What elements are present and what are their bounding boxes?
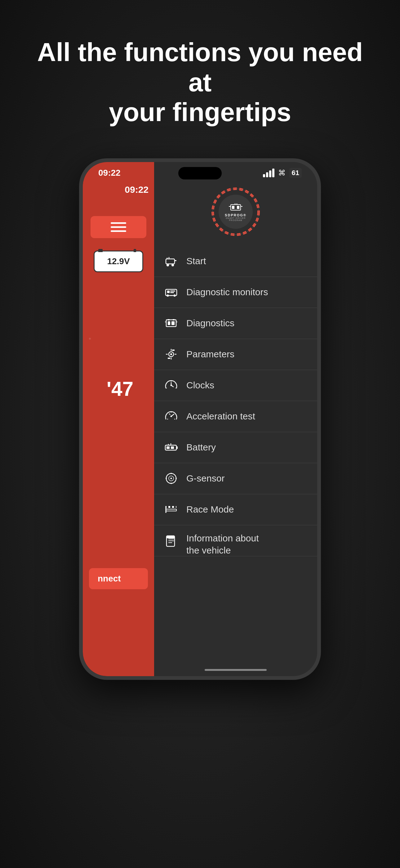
battery-voltage-value: 12.9V xyxy=(107,256,130,266)
battery-percentage: 61 xyxy=(292,169,299,177)
svg-rect-14 xyxy=(174,260,176,261)
svg-rect-21 xyxy=(170,292,174,293)
clocks-icon xyxy=(163,377,179,393)
home-bar xyxy=(205,669,267,671)
svg-rect-23 xyxy=(168,321,170,325)
svg-point-16 xyxy=(167,294,169,297)
battery-menu-icon xyxy=(163,440,179,455)
g-sensor-icon xyxy=(163,471,179,486)
svg-rect-19 xyxy=(167,290,170,293)
svg-rect-49 xyxy=(176,446,178,449)
right-menu-panel: SDPROG® SMART DRIVER PROGRAM Start xyxy=(154,162,317,676)
connect-label: nnect xyxy=(98,574,121,583)
menu-item-start[interactable]: Start xyxy=(154,246,317,277)
menu-item-race-mode[interactable]: Race Mode xyxy=(154,494,317,525)
battery-voltage-widget: 12.9V xyxy=(94,251,143,272)
acceleration-test-icon xyxy=(163,408,179,424)
svg-rect-62 xyxy=(166,509,176,511)
battery-label: Battery xyxy=(186,442,216,453)
svg-rect-20 xyxy=(170,290,175,291)
decorative-dots: ® xyxy=(83,334,154,340)
svg-point-17 xyxy=(174,294,176,297)
svg-point-59 xyxy=(166,478,167,479)
sidebar-time: 09:22 xyxy=(88,184,148,195)
menu-list: Start Diagnostic monitors Diagnostics xyxy=(154,246,317,664)
menu-item-battery[interactable]: Battery xyxy=(154,432,317,463)
svg-rect-25 xyxy=(168,319,170,320)
logo-tagline: SMART DRIVER PROGRAM xyxy=(219,217,253,221)
svg-rect-71 xyxy=(167,536,174,538)
menu-item-clocks[interactable]: Clocks xyxy=(154,370,317,401)
svg-rect-9 xyxy=(166,259,174,264)
parameters-label: Parameters xyxy=(186,349,234,360)
svg-rect-51 xyxy=(171,446,174,449)
svg-point-11 xyxy=(171,264,174,266)
svg-rect-36 xyxy=(172,349,174,351)
svg-point-39 xyxy=(171,385,172,386)
svg-rect-66 xyxy=(174,506,176,508)
menu-item-acceleration-test[interactable]: Acceleration test xyxy=(154,401,317,432)
diagnostics-icon xyxy=(163,315,179,331)
engine-logo-icon xyxy=(229,202,242,212)
headline-line2: your fingertips xyxy=(109,97,291,127)
battery-terminal-negative xyxy=(98,249,103,252)
diagnostics-label: Diagnostics xyxy=(186,318,234,329)
logo-inner-circle: SDPROG® SMART DRIVER PROGRAM xyxy=(219,195,253,229)
svg-point-44 xyxy=(171,416,172,417)
start-label: Start xyxy=(186,256,206,266)
race-mode-icon xyxy=(163,502,179,517)
signal-icon xyxy=(263,168,274,177)
svg-point-56 xyxy=(171,478,172,479)
menu-item-g-sensor[interactable]: G-sensor xyxy=(154,463,317,494)
phone-screen: 09:22 ⌘ 61 09:22 xyxy=(83,162,317,676)
svg-rect-26 xyxy=(173,319,174,320)
wifi-icon: ⌘ xyxy=(278,168,286,177)
race-mode-label: Race Mode xyxy=(186,504,234,515)
parameters-icon xyxy=(163,346,179,362)
status-time: 09:22 xyxy=(98,168,121,178)
svg-point-58 xyxy=(171,483,172,484)
menu-item-diagnostic-monitors[interactable]: Diagnostic monitors xyxy=(154,277,317,308)
svg-point-30 xyxy=(170,353,172,355)
svg-rect-50 xyxy=(167,446,170,449)
battery-terminal-positive xyxy=(134,249,136,252)
left-sidebar: 09:22 12.9V ® '47 xyxy=(83,162,154,676)
connect-button[interactable]: nnect xyxy=(89,568,148,589)
svg-rect-22 xyxy=(166,320,176,327)
svg-rect-64 xyxy=(167,506,168,508)
acceleration-test-label: Acceleration test xyxy=(186,411,255,422)
clocks-label: Clocks xyxy=(186,380,214,391)
main-headline: All the functions you need at your finge… xyxy=(29,37,371,127)
svg-rect-3 xyxy=(232,206,234,209)
svg-point-60 xyxy=(175,478,177,479)
start-icon xyxy=(163,253,179,269)
diagnostic-monitors-icon xyxy=(163,284,179,300)
dynamic-island xyxy=(178,167,222,180)
svg-rect-24 xyxy=(171,321,174,325)
vehicle-info-label: Information aboutthe vehicle xyxy=(186,532,259,556)
svg-point-57 xyxy=(171,473,172,474)
g-sensor-label: G-sensor xyxy=(186,473,225,484)
svg-rect-65 xyxy=(170,506,172,508)
svg-rect-35 xyxy=(168,358,170,359)
vehicle-info-icon xyxy=(163,533,179,549)
svg-point-10 xyxy=(167,264,169,266)
menu-item-parameters[interactable]: Parameters xyxy=(154,339,317,370)
logo-brand-name: SDPROG® xyxy=(225,213,246,217)
diagnostic-monitors-label: Diagnostic monitors xyxy=(186,287,268,298)
phone-mockup: 09:22 ⌘ 61 09:22 xyxy=(79,158,321,680)
menu-item-vehicle-info[interactable]: Information aboutthe vehicle xyxy=(154,525,317,556)
battery-level-display: 61 xyxy=(289,168,302,178)
status-icons: ⌘ 61 xyxy=(263,168,302,178)
svg-rect-4 xyxy=(237,206,239,209)
app-logo: SDPROG® SMART DRIVER PROGRAM xyxy=(211,187,261,237)
hamburger-button[interactable] xyxy=(91,212,146,238)
home-indicator xyxy=(154,664,317,676)
headline-line1: All the functions you need at xyxy=(37,37,363,97)
menu-item-diagnostics[interactable]: Diagnostics xyxy=(154,308,317,339)
speed-display: '47 xyxy=(104,377,133,400)
